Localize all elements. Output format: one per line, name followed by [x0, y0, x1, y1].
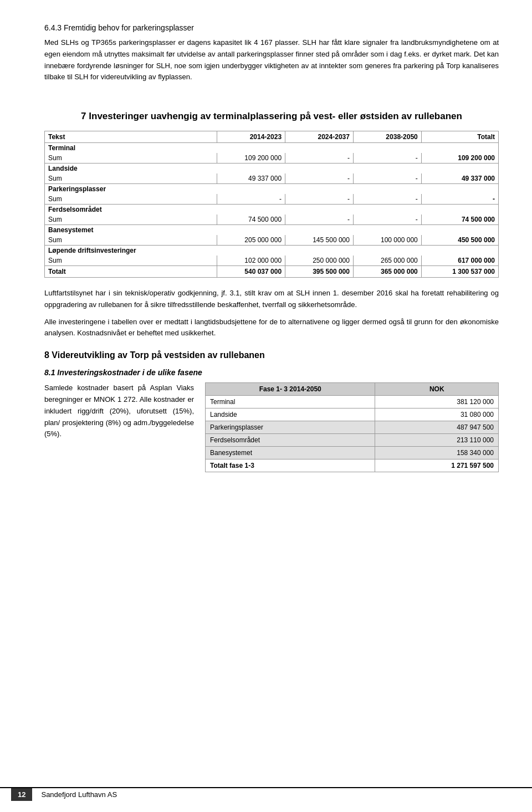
val-2014: 109 200 000: [217, 153, 285, 164]
phase-row-label: Banesystemet: [206, 447, 375, 459]
chapter8-title: 8 Videreutvikling av Torp på vestsiden a…: [44, 350, 499, 360]
section-643-para1: Med SLHs og TP365s parkeringsplasser er …: [44, 37, 499, 83]
val-2038: 100 000 000: [353, 235, 421, 246]
col-header-2024: 2024-2037: [285, 131, 354, 142]
val-2038: -: [353, 153, 421, 164]
phase-row-value: 213 110 000: [375, 434, 499, 447]
val-total: 450 500 000: [421, 235, 498, 246]
table-sum-row: Sum - - - -: [45, 194, 499, 205]
table-sum-row: Sum 74 500 000 - - 74 500 000: [45, 215, 499, 225]
category-label: Terminal: [45, 142, 499, 153]
right-col-table: Fase 1- 3 2014-2050 NOK Terminal 381 120…: [205, 382, 499, 472]
section81-title: 8.1 Investeringskostnader i de ulike fas…: [44, 368, 499, 377]
val-2014: 205 000 000: [217, 235, 285, 246]
val-2038: -: [353, 215, 421, 225]
phase-row-label: Ferdselsområdet: [206, 434, 375, 447]
phase-table-row: Banesystemet 158 340 000: [206, 447, 499, 459]
phase-table: Fase 1- 3 2014-2050 NOK Terminal 381 120…: [205, 382, 499, 472]
val-2024: -: [285, 173, 354, 184]
table-sum-row: Sum 49 337 000 - - 49 337 000: [45, 173, 499, 184]
chapter7-para2: Alle investeringene i tabellen over er m…: [44, 316, 499, 340]
phase-row-label: Landside: [206, 408, 375, 421]
table-row: Landside: [45, 163, 499, 173]
table-row: Terminal: [45, 142, 499, 153]
col-header-2014: 2014-2023: [217, 131, 285, 142]
phase-table-row: Terminal 381 120 000: [206, 396, 499, 408]
sum-label: Sum: [45, 215, 217, 225]
table-sum-row: Sum 109 200 000 - - 109 200 000: [45, 153, 499, 164]
total-2024: 395 500 000: [285, 265, 354, 277]
val-total: 109 200 000: [421, 153, 498, 164]
category-label: Landside: [45, 163, 499, 173]
category-label: Banesystemet: [45, 224, 499, 235]
val-2014: 74 500 000: [217, 215, 285, 225]
phase-total-row: Totalt fase 1-3 1 271 597 500: [206, 459, 499, 472]
section-643-heading: 6.4.3 Fremtidig behov for parkeringsplas…: [44, 22, 499, 34]
phase-table-row: Landside 31 080 000: [206, 408, 499, 421]
val-total: 617 000 000: [421, 256, 498, 266]
sum-label: Sum: [45, 153, 217, 164]
val-2038: 265 000 000: [353, 256, 421, 266]
table-row: Ferdselsområdet: [45, 204, 499, 215]
phase-row-label: Parkeringsplasser: [206, 421, 375, 434]
investment-table: Tekst 2014-2023 2024-2037 2038-2050 Tota…: [44, 131, 499, 278]
total-2014: 540 037 000: [217, 265, 285, 277]
table-sum-row: Sum 205 000 000 145 500 000 100 000 000 …: [45, 235, 499, 246]
table-row: Banesystemet: [45, 224, 499, 235]
sum-label: Sum: [45, 173, 217, 184]
val-2024: -: [285, 215, 354, 225]
val-2024: 250 000 000: [285, 256, 354, 266]
phase-col1-header: Fase 1- 3 2014-2050: [206, 383, 375, 396]
phase-total-label: Totalt fase 1-3: [206, 459, 375, 472]
val-2024: 145 500 000: [285, 235, 354, 246]
phase-col2-header: NOK: [375, 383, 499, 396]
val-2014: -: [217, 194, 285, 205]
val-2024: -: [285, 153, 354, 164]
phase-row-value: 158 340 000: [375, 447, 499, 459]
page: 6.4.3 Fremtidig behov for parkeringsplas…: [0, 0, 532, 812]
table-row: Parkeringsplasser: [45, 183, 499, 194]
phase-table-row: Ferdselsområdet 213 110 000: [206, 434, 499, 447]
val-2038: -: [353, 194, 421, 205]
total-2038: 365 000 000: [353, 265, 421, 277]
category-label: Løpende driftsinvesteringer: [45, 245, 499, 256]
phase-row-value: 381 120 000: [375, 396, 499, 408]
sum-label: Sum: [45, 235, 217, 246]
phase-row-value: 487 947 500: [375, 421, 499, 434]
phase-table-row: Parkeringsplasser 487 947 500: [206, 421, 499, 434]
chapter7-para1: Luftfartstilsynet har i sin teknisk/oper…: [44, 288, 499, 311]
phase-header-row: Fase 1- 3 2014-2050 NOK: [206, 383, 499, 396]
val-total: 74 500 000: [421, 215, 498, 225]
col-header-total: Totalt: [421, 131, 498, 142]
val-2014: 102 000 000: [217, 256, 285, 266]
col-header-2038: 2038-2050: [353, 131, 421, 142]
page-number: 12: [11, 788, 32, 801]
val-2014: 49 337 000: [217, 173, 285, 184]
col-header-tekst: Tekst: [45, 131, 217, 142]
two-col-layout: Samlede kostnader basert på Asplan Viaks…: [44, 382, 499, 472]
table-header-row: Tekst 2014-2023 2024-2037 2038-2050 Tota…: [45, 131, 499, 142]
val-2024: -: [285, 194, 354, 205]
phase-row-label: Terminal: [206, 396, 375, 408]
phase-total-value: 1 271 597 500: [375, 459, 499, 472]
left-col-text: Samlede kostnader basert på Asplan Viaks…: [44, 382, 194, 472]
val-total: -: [421, 194, 498, 205]
category-label: Ferdselsområdet: [45, 204, 499, 215]
val-2038: -: [353, 173, 421, 184]
table-row: Løpende driftsinvesteringer: [45, 245, 499, 256]
chapter8-left-text: Samlede kostnader basert på Asplan Viaks…: [44, 382, 194, 440]
phase-row-value: 31 080 000: [375, 408, 499, 421]
page-footer: 12 Sandefjord Lufthavn AS: [0, 787, 532, 801]
table-total-row: Totalt 540 037 000 395 500 000 365 000 0…: [45, 265, 499, 277]
category-label: Parkeringsplasser: [45, 183, 499, 194]
val-total: 49 337 000: [421, 173, 498, 184]
table-sum-row: Sum 102 000 000 250 000 000 265 000 000 …: [45, 256, 499, 266]
sum-label: Sum: [45, 256, 217, 266]
footer-company: Sandefjord Lufthavn AS: [41, 790, 117, 799]
chapter7-title: 7 Investeringer uavhengig av terminalpla…: [44, 110, 499, 123]
total-label: Totalt: [45, 265, 217, 277]
total-val: 1 300 537 000: [421, 265, 498, 277]
sum-label: Sum: [45, 194, 217, 205]
